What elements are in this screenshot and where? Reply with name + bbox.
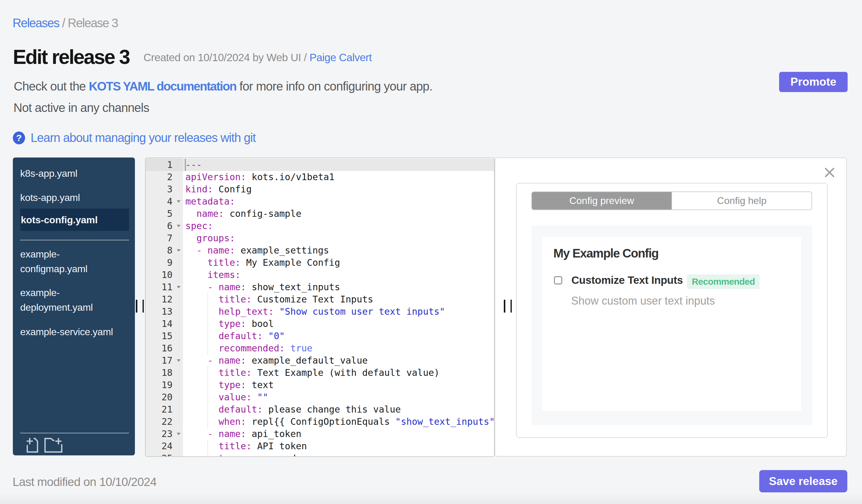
gutter-line-6[interactable]: 6 xyxy=(146,220,183,232)
code-token: "show_text_inputs" xyxy=(395,416,495,427)
code-line-12: title: Customize Text Inputs xyxy=(185,293,373,306)
gutter-line-14[interactable]: 14 xyxy=(146,318,183,330)
code-token: help_text: xyxy=(218,306,274,317)
promote-button[interactable]: Promote xyxy=(779,72,848,92)
close-icon[interactable] xyxy=(824,167,835,178)
gutter-line-4[interactable]: 4 xyxy=(146,196,183,208)
gutter-line-11[interactable]: 11 xyxy=(146,281,183,293)
code-token xyxy=(185,441,218,451)
file-item-example-configmap.yaml[interactable]: example-configmap.yaml xyxy=(20,247,115,276)
question-icon[interactable]: ? xyxy=(13,132,25,144)
indent-guide xyxy=(207,293,208,355)
file-item-example-service.yaml[interactable]: example-service.yaml xyxy=(20,324,115,339)
fold-arrow-icon[interactable] xyxy=(177,359,181,362)
fold-arrow-icon[interactable] xyxy=(177,286,181,288)
code-token xyxy=(185,306,218,317)
gutter-line-20[interactable]: 20 xyxy=(146,391,183,403)
file-item-example-deployment.yaml[interactable]: example-deployment.yaml xyxy=(20,285,115,315)
code-token: - xyxy=(207,428,213,439)
config-preview-pane: Config previewConfig help My Example Con… xyxy=(495,158,847,456)
config-group-title: My Example Config xyxy=(553,247,658,260)
code-token: example_settings xyxy=(235,245,329,256)
gutter-line-17[interactable]: 17 xyxy=(146,355,183,367)
code-token xyxy=(185,294,218,305)
fold-arrow-icon[interactable] xyxy=(177,433,181,435)
code-line-7: groups: xyxy=(185,232,235,244)
code-token xyxy=(185,428,207,439)
code-token xyxy=(263,331,268,341)
code-token xyxy=(274,306,279,317)
code-line-25: type: password xyxy=(185,452,296,457)
tab-config-preview[interactable]: Config preview xyxy=(532,192,671,210)
kots-yaml-doc-link[interactable]: KOTS YAML documentation xyxy=(89,80,236,93)
preview-tabs: Config previewConfig help xyxy=(531,191,812,210)
gutter-line-19[interactable]: 19 xyxy=(146,379,183,391)
line-number: 3 xyxy=(167,183,183,196)
customize-text-inputs-checkbox[interactable] xyxy=(554,276,562,284)
drag-handle-left[interactable] xyxy=(136,300,144,313)
code-token: name: xyxy=(218,428,246,439)
fold-arrow-icon[interactable] xyxy=(177,249,181,252)
code-line-15: default: "0" xyxy=(185,330,285,342)
code-token xyxy=(185,343,218,354)
code-line-14: type: bool xyxy=(185,318,274,330)
gutter-line-25[interactable]: 25 xyxy=(146,452,183,457)
gutter-line-5[interactable]: 5 xyxy=(146,208,183,220)
gutter-line-10[interactable]: 10 xyxy=(146,269,183,281)
breadcrumb-releases-link[interactable]: Releases xyxy=(13,16,59,30)
gutter-line-8[interactable]: 8 xyxy=(146,244,183,256)
code-token: spec: xyxy=(185,221,213,231)
breadcrumb-separator: / xyxy=(59,16,68,30)
code-token: type: xyxy=(218,318,246,329)
gutter-line-9[interactable]: 9 xyxy=(146,256,183,269)
file-item-k8s-app.yaml[interactable]: k8s-app.yaml xyxy=(20,166,115,181)
last-modified-text: Last modified on 10/10/2024 xyxy=(13,475,157,489)
gutter-line-18[interactable]: 18 xyxy=(146,367,183,379)
gutter-line-12[interactable]: 12 xyxy=(146,293,183,306)
code-line-21: default: please change this value xyxy=(185,403,401,416)
gutter-line-16[interactable]: 16 xyxy=(146,342,183,355)
gutter-line-7[interactable]: 7 xyxy=(146,232,183,244)
created-author-link[interactable]: Paige Calvert xyxy=(310,51,372,63)
gutter-line-24[interactable]: 24 xyxy=(146,440,183,452)
code-line-16: recommended: true xyxy=(185,342,312,355)
fold-arrow-icon[interactable] xyxy=(177,225,181,227)
code-token: recommended: xyxy=(218,343,285,354)
gutter-line-22[interactable]: 22 xyxy=(146,416,183,428)
code-line-5: name: config-sample xyxy=(185,208,301,220)
save-release-button[interactable]: Save release xyxy=(759,470,847,492)
gutter-line-23[interactable]: 23 xyxy=(146,428,183,440)
file-item-kots-app.yaml[interactable]: kots-app.yaml xyxy=(20,190,115,205)
gutter-line-21[interactable]: 21 xyxy=(146,403,183,416)
gutter-line-13[interactable]: 13 xyxy=(146,306,183,318)
drag-handle-right[interactable] xyxy=(504,300,512,313)
code-token: - xyxy=(196,245,202,256)
config-checkbox-row: Customize Text Inputs Recommended xyxy=(554,273,759,288)
code-line-18: title: Text Example (with default value) xyxy=(185,367,440,379)
tab-config-help[interactable]: Config help xyxy=(671,192,811,210)
checkbox-help-text: Show custom user text inputs xyxy=(571,294,715,307)
code-token xyxy=(213,428,218,439)
gutter-line-1[interactable]: 1 xyxy=(146,159,183,171)
new-folder-icon[interactable] xyxy=(44,437,62,453)
code-line-13: help_text: "Show custom user text inputs… xyxy=(185,306,445,318)
gutter-line-2[interactable]: 2 xyxy=(146,171,183,183)
breadcrumb-current: Release 3 xyxy=(68,16,118,30)
git-releases-link[interactable]: Learn about managing your releases with … xyxy=(30,131,256,145)
file-item-kots-config.yaml[interactable]: kots-config.yaml xyxy=(20,209,129,231)
gutter-line-3[interactable]: 3 xyxy=(146,183,183,196)
config-preview-box: Config previewConfig help My Example Con… xyxy=(516,183,828,438)
code-token: example_default_value xyxy=(246,355,368,366)
code-line-2: apiVersion: kots.io/v1beta1 xyxy=(185,171,335,183)
code-line-4: metadata: xyxy=(185,196,235,208)
code-token xyxy=(185,380,218,390)
gutter-line-15[interactable]: 15 xyxy=(146,330,183,342)
yaml-editor[interactable]: 1---2apiVersion: kots.io/v1beta13kind: C… xyxy=(145,158,495,457)
line-number: 13 xyxy=(161,306,183,318)
fold-arrow-icon[interactable] xyxy=(177,200,181,203)
code-token: text xyxy=(246,380,274,390)
new-file-icon[interactable] xyxy=(27,437,38,453)
code-token: password xyxy=(246,453,296,457)
code-token: when: xyxy=(218,416,246,427)
code-token: default: xyxy=(218,404,263,415)
